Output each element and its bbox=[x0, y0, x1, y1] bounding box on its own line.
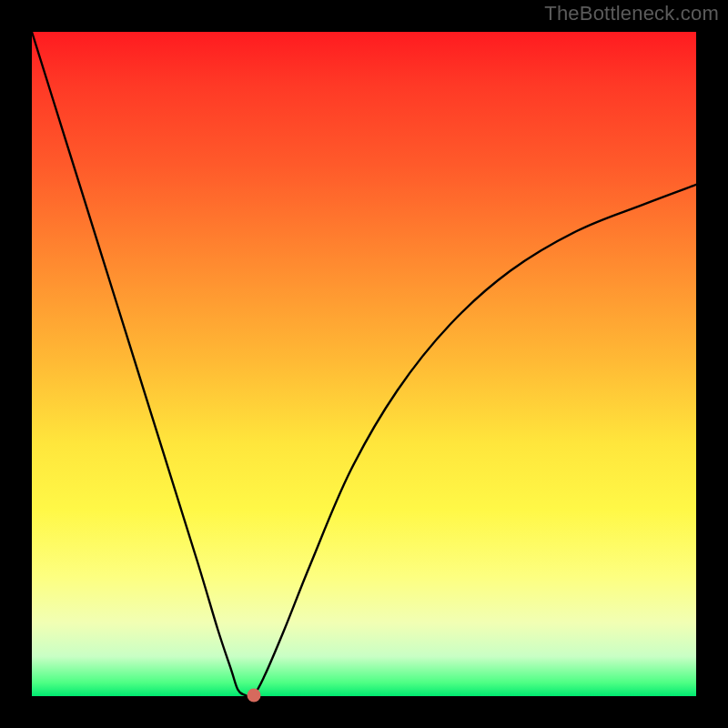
chart-frame: TheBottleneck.com bbox=[0, 0, 728, 728]
curve-svg bbox=[32, 32, 696, 696]
watermark-text: TheBottleneck.com bbox=[544, 2, 719, 25]
marker-dot bbox=[247, 688, 260, 702]
plot-area bbox=[32, 32, 696, 696]
bottleneck-curve-path bbox=[32, 32, 696, 696]
